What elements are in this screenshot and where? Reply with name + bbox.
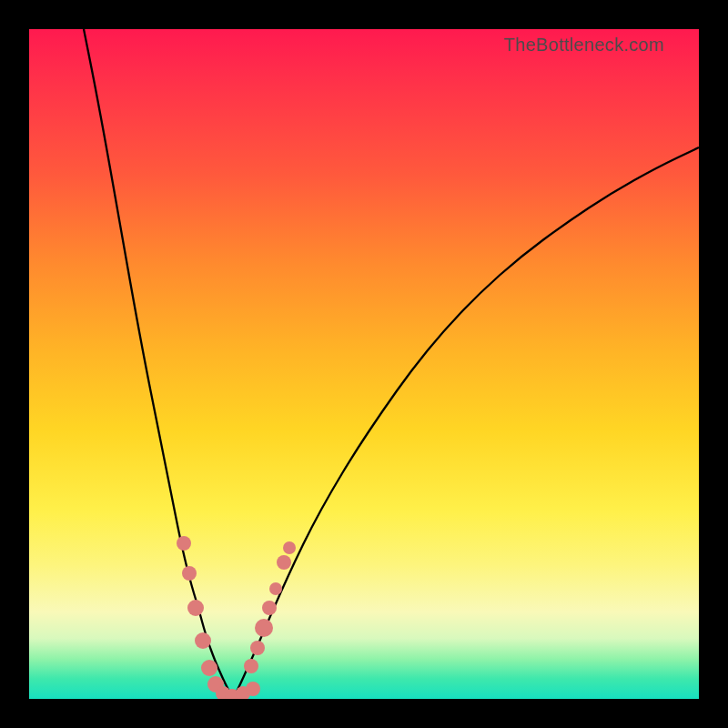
data-marker (187, 600, 204, 616)
data-marker (255, 619, 273, 637)
data-marker (277, 555, 291, 570)
right-branch-curve (233, 147, 699, 699)
data-marker (244, 659, 258, 673)
plot-area: TheBottleneck.com (29, 29, 699, 699)
data-marker (177, 536, 191, 551)
data-marker (283, 541, 296, 554)
data-marker (250, 641, 265, 655)
data-marker (262, 601, 277, 615)
chart-frame: TheBottleneck.com (0, 0, 728, 728)
data-marker (201, 660, 217, 676)
marker-layer (177, 536, 296, 699)
data-marker (269, 582, 282, 595)
data-marker (195, 632, 211, 649)
data-marker (182, 566, 197, 581)
data-marker (246, 682, 260, 696)
chart-svg (29, 29, 699, 699)
left-branch-curve (84, 29, 233, 699)
